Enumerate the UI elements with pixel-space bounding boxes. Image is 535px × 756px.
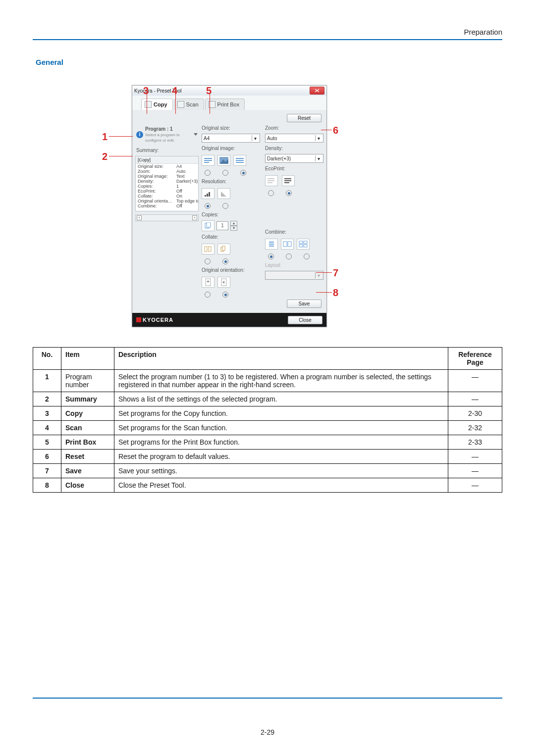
scroll-left-icon[interactable]: ‹ [137,215,142,220]
callout-line [109,156,133,156]
img-option-photo[interactable] [217,155,230,166]
radio-selected[interactable] [222,292,228,298]
combine-off[interactable] [265,239,278,250]
copies-stepper[interactable]: 1 ▴▾ [202,220,260,231]
radio-selected[interactable] [240,170,246,176]
callout-8: 8 [333,287,338,299]
img-option-text[interactable] [202,155,214,166]
tab-scan[interactable]: Scan [174,99,204,110]
cell: 2-33 [448,435,502,450]
density-select[interactable]: Darker(+3)▾ [265,154,323,163]
original-size-select[interactable]: A4▾ [202,134,260,143]
step-up[interactable]: ▴ [230,221,237,226]
svg-rect-8 [205,195,206,197]
svg-marker-11 [221,192,226,197]
cell: 5 [33,435,61,450]
callout-2: 2 [102,151,107,162]
radio[interactable] [205,170,211,176]
svg-rect-21 [268,180,274,181]
res-option-high[interactable] [217,188,230,199]
cell: 2-30 [448,406,502,421]
callout-line [109,136,133,137]
orient-top[interactable] [202,277,214,288]
save-button[interactable]: Save [287,300,321,308]
table-row: 5Print BoxSet programs for the Print Box… [33,435,502,450]
program-hint: Select a program to configure or edit. [145,133,180,143]
table-row: 3CopySet programs for the Copy function.… [33,406,502,421]
summary-group: [Copy] [136,156,198,164]
summary-key: EcoPrint: [136,189,174,194]
svg-rect-5 [236,158,244,159]
cell: — [448,392,502,406]
summary-val: Top edge top [174,199,199,203]
copies-icon [202,220,214,231]
eco-on[interactable] [282,175,295,186]
collate-on[interactable] [217,244,230,254]
chevron-down-icon: ▾ [315,272,321,278]
radio-selected[interactable] [268,253,274,259]
tab-copy[interactable]: Copy [141,99,173,110]
original-image-options [202,155,260,166]
close-icon [315,89,320,93]
callout-7: 7 [333,267,338,279]
cell: Save your settings. [114,464,448,478]
svg-rect-2 [204,162,209,163]
summary-key: Collate: [136,194,174,199]
combine-2in1[interactable] [281,239,294,250]
svg-rect-31 [299,241,303,244]
summary-key: Copies: [136,184,174,189]
tab-printbox[interactable]: Print Box [205,99,245,110]
window-footer: KYOCERA Close [132,313,326,327]
tabstrip: Copy Scan Print Box [132,96,326,110]
radio-selected[interactable] [286,190,292,196]
svg-rect-15 [209,247,211,252]
radio-selected[interactable] [205,203,211,209]
cell: Select the program number (1 to 3) to be… [114,370,448,392]
radio[interactable] [222,203,228,209]
step-down[interactable]: ▾ [230,226,237,231]
radio[interactable] [222,170,228,176]
callout-6: 6 [333,125,338,136]
radio[interactable] [286,253,292,259]
table-row: 2SummaryShows a list of the settings of … [33,392,502,406]
horizontal-scrollbar[interactable]: ‹ › [135,214,199,221]
cell: — [448,450,502,464]
ecoprint-options [265,175,323,186]
callout-1: 1 [102,131,107,143]
summary-val: Off [174,203,199,208]
radio[interactable] [304,253,310,259]
cell: Save [61,464,114,478]
titlebar[interactable]: Kyocera - Preset Tool [132,86,326,96]
zoom-select[interactable]: Auto▾ [265,134,323,143]
collate-off[interactable] [202,244,214,254]
orient-left[interactable] [217,277,230,288]
close-button[interactable]: Close [288,316,322,324]
copies-value[interactable]: 1 [216,221,228,230]
img-option-textphoto[interactable] [233,155,246,166]
th-desc: Description [114,348,448,370]
footer-rule [33,698,502,699]
cell: 4 [33,421,61,435]
eco-off[interactable] [265,175,278,186]
scroll-right-icon[interactable]: › [192,215,197,220]
summary-table: Original size:A4 Zoom:Auto Original imag… [136,164,199,208]
radio[interactable] [205,292,211,298]
radio[interactable] [205,258,211,264]
summary-val: Darker(+3) [174,179,199,184]
th-no: No. [33,348,61,370]
svg-rect-30 [288,242,291,247]
close-window-button[interactable] [310,87,324,95]
density-label: Density: [265,146,323,151]
radio-selected[interactable] [222,258,228,264]
svg-rect-0 [204,158,212,159]
combine-4in1[interactable] [297,239,310,250]
radio[interactable] [268,190,274,196]
scan-icon [177,101,184,108]
table-row: 6ResetReset the program to default value… [33,450,502,464]
res-option-low[interactable] [202,188,214,199]
tab-label: Copy [154,101,167,107]
program-selector[interactable]: i Program : 1 Select a program to config… [135,125,199,144]
svg-rect-7 [236,162,244,163]
summary-key: Original orienta… [136,199,174,203]
reset-button[interactable]: Reset [287,114,321,122]
